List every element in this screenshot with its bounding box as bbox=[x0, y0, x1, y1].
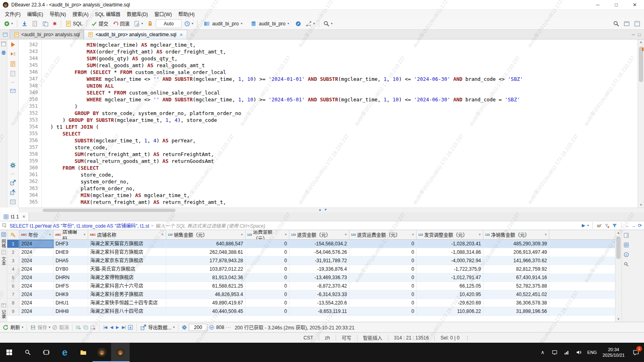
calc-panel-icon[interactable] bbox=[623, 242, 629, 248]
fetch-size-input[interactable] bbox=[189, 324, 207, 331]
results-vertical-scrollbar[interactable]: ▲ ▼ bbox=[615, 230, 621, 322]
unsaved-marker-button[interactable]: ✱ bbox=[51, 20, 58, 27]
code-area[interactable]: MIN(mgclear_time) AS mgclear_time_t, MAX… bbox=[42, 39, 638, 208]
query-expand-icon[interactable]: » bbox=[151, 223, 154, 228]
grid-cell[interactable]: 485,290,309.39 bbox=[483, 240, 549, 248]
menu-item-6[interactable]: 窗口(W) bbox=[151, 10, 175, 18]
new-connection-button[interactable]: ▾ bbox=[2, 20, 14, 28]
execute-script-icon[interactable] bbox=[10, 51, 16, 58]
grid-cell[interactable]: -13,469,336.73 bbox=[289, 274, 349, 282]
tab-close-icon[interactable]: ✕ bbox=[180, 33, 183, 37]
grid-cell[interactable]: 36,306,578.38 bbox=[483, 299, 549, 307]
language-indicator[interactable]: ENG bbox=[585, 350, 599, 355]
grid-cell[interactable]: 海澜之家抖音六十六号店 bbox=[88, 282, 166, 290]
grid-cell[interactable]: 海澜之家快手恒越二十四专卖店 bbox=[88, 299, 166, 307]
column-filter-icon[interactable]: ▼ bbox=[478, 233, 481, 237]
row-number[interactable]: 4 bbox=[7, 265, 19, 274]
grid-cell[interactable]: -19,336,876.4 bbox=[289, 265, 349, 274]
grid-cell[interactable]: -29,620.69 bbox=[417, 299, 483, 307]
grid-cell[interactable]: -8,653,119.11 bbox=[289, 307, 349, 316]
grid-cell[interactable]: -154,568,034.2 bbox=[289, 240, 349, 248]
search-button[interactable]: ▾ bbox=[322, 20, 334, 28]
custom-filter-icon[interactable] bbox=[612, 223, 617, 228]
grid-cell[interactable]: 82,812,759.92 bbox=[483, 265, 549, 274]
fetch-all-icon[interactable] bbox=[128, 325, 133, 330]
scroll-down-icon[interactable]: ▼ bbox=[615, 317, 621, 321]
row-count-value[interactable]: 808 bbox=[216, 325, 224, 330]
explain-plan-icon[interactable] bbox=[10, 61, 16, 67]
output-log-icon[interactable] bbox=[10, 199, 16, 205]
grid-cell[interactable]: DHU1 bbox=[54, 299, 88, 307]
filter-input[interactable]: 输入一个 SQL 表达式来过滤结果 (使用 Ctrl+Space) bbox=[155, 222, 580, 229]
apply-filter-button[interactable]: ▶ bbox=[582, 223, 585, 228]
refs-panel-icon[interactable] bbox=[623, 261, 629, 267]
grid-cell[interactable]: 0 bbox=[246, 257, 289, 265]
grid-cell[interactable]: 0 bbox=[349, 299, 417, 307]
first-page-button[interactable]: |◀ bbox=[103, 325, 107, 329]
more-icon[interactable]: ⋯ bbox=[226, 325, 231, 330]
next-page-button[interactable]: ▶ bbox=[115, 325, 120, 329]
column-filter-icon[interactable]: ▼ bbox=[240, 233, 244, 237]
filter-history-icon[interactable]: ▾ bbox=[587, 224, 589, 227]
column-header-2[interactable]: ABC店铺名称▼ bbox=[88, 230, 166, 239]
navigator-button[interactable] bbox=[293, 20, 303, 28]
lock-button[interactable] bbox=[145, 20, 155, 28]
menu-item-1[interactable]: 编辑(E) bbox=[24, 10, 46, 18]
grid-cell[interactable]: 46,826,953.4 bbox=[166, 290, 246, 299]
maximize-button[interactable]: □ bbox=[607, 0, 625, 9]
download-script-button[interactable] bbox=[20, 20, 29, 28]
grid-cell[interactable]: -1,722,375.9 bbox=[417, 265, 483, 274]
menu-item-5[interactable]: 数据库(D) bbox=[124, 10, 151, 18]
grid-cell[interactable]: 206,913,497.49 bbox=[483, 248, 549, 257]
collapse-down-icon[interactable]: ▼ bbox=[324, 208, 327, 212]
network-tray-icon[interactable] bbox=[561, 343, 573, 362]
grid-cell[interactable]: -1,028,203.41 bbox=[417, 240, 483, 248]
grid-cell[interactable]: DHK9 bbox=[54, 290, 88, 299]
open-perspective-button[interactable] bbox=[622, 20, 632, 28]
menu-item-7[interactable]: 帮助(H) bbox=[175, 10, 198, 18]
column-filter-icon[interactable]: ▼ bbox=[411, 233, 415, 237]
grid-cell[interactable]: 海澜之家得物旗舰店 bbox=[88, 274, 166, 282]
grid-cell[interactable]: 海澜之家抖音八十四号店 bbox=[88, 307, 166, 316]
editor-tab-0[interactable]: <audit_bi_pro> analysis.sql bbox=[10, 30, 84, 39]
editor-scroll-thumb[interactable] bbox=[639, 47, 643, 82]
column-header-8[interactable]: 123净销售金额（元）▼ bbox=[483, 230, 549, 239]
grid-cell[interactable]: 0 bbox=[349, 274, 417, 282]
cancel-button[interactable]: 取消 bbox=[59, 324, 69, 331]
grid-cell[interactable]: 0 bbox=[349, 265, 417, 274]
column-header-3[interactable]: 123销售金额（元）▼ bbox=[166, 230, 246, 239]
last-page-button[interactable]: ▶| bbox=[121, 325, 126, 329]
column-filter-icon[interactable]: ▼ bbox=[161, 233, 164, 237]
chevron-down-icon[interactable]: ▾ bbox=[49, 325, 50, 329]
column-header-4[interactable]: 123运费金额（元）▼ bbox=[246, 230, 289, 239]
tx-mode-combo[interactable]: Auto bbox=[156, 19, 182, 28]
filter-source-icon[interactable] bbox=[2, 223, 8, 228]
column-header-5[interactable]: 123退货金额（元）▼ bbox=[289, 230, 349, 239]
row-number[interactable]: 3 bbox=[7, 257, 19, 265]
grid-cell[interactable]: DHA5 bbox=[54, 257, 88, 265]
scroll-up-icon[interactable]: ▲ bbox=[615, 231, 621, 234]
maximize-pane-button[interactable] bbox=[632, 20, 642, 28]
grid-cell[interactable]: 0 bbox=[246, 282, 289, 290]
touch-keyboard-icon[interactable] bbox=[549, 343, 561, 362]
grid-cell[interactable]: 40,440,509.45 bbox=[166, 307, 246, 316]
database-combo[interactable]: audit_bi_pro ▾ bbox=[247, 19, 293, 28]
editor-hscroll-thumb[interactable] bbox=[43, 209, 175, 212]
grid-cell[interactable]: 66,125.05 bbox=[417, 282, 483, 290]
grid-cell[interactable]: DHF3 bbox=[54, 240, 88, 248]
open-script-button[interactable] bbox=[30, 20, 40, 28]
taskbar-search-button[interactable] bbox=[19, 343, 37, 362]
scroll-down-icon[interactable]: ▼ bbox=[638, 203, 644, 207]
column-filter-icon[interactable]: ▼ bbox=[48, 233, 52, 237]
grid-cell[interactable]: -13,554,220.6 bbox=[289, 299, 349, 307]
text-view-icon[interactable] bbox=[1, 249, 6, 255]
grid-cell[interactable]: 天猫-英氏官方旗舰店 bbox=[88, 265, 166, 274]
side-tab-record[interactable]: 记录 bbox=[0, 310, 7, 319]
grid-cell[interactable]: 0 bbox=[349, 290, 417, 299]
grid-cell[interactable]: 0 bbox=[349, 257, 417, 265]
more-actions-icon[interactable]: ⋯ bbox=[11, 80, 15, 84]
results-scroll-thumb[interactable] bbox=[616, 237, 621, 259]
grid-cell[interactable]: 2024 bbox=[19, 240, 54, 248]
grid-cell[interactable]: -31,911,789.72 bbox=[289, 257, 349, 265]
grid-cell[interactable]: -1,088,314.86 bbox=[417, 248, 483, 257]
